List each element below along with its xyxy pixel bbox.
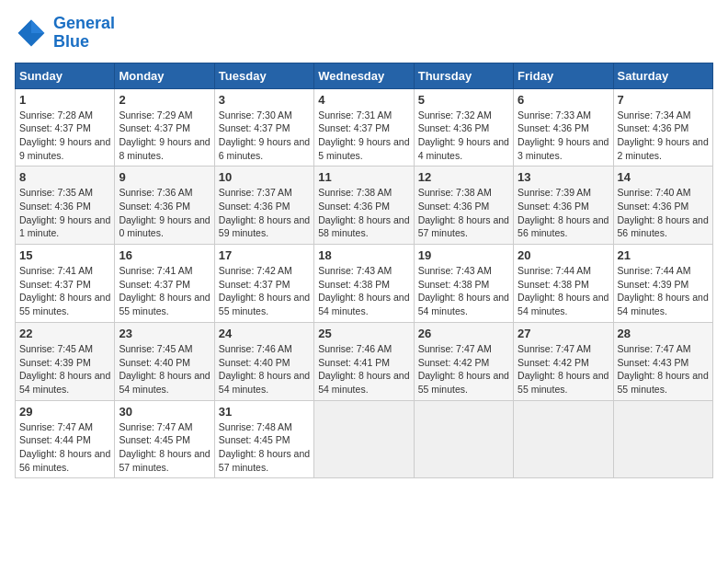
calendar-day-cell: 21Sunrise: 7:44 AM Sunset: 4:39 PM Dayli… (613, 245, 712, 323)
day-number: 29 (19, 405, 110, 419)
calendar-week-row: 1Sunrise: 7:28 AM Sunset: 4:37 PM Daylig… (16, 88, 713, 167)
day-number: 6 (518, 93, 609, 107)
calendar-week-row: 8Sunrise: 7:35 AM Sunset: 4:36 PM Daylig… (16, 167, 713, 245)
day-number: 15 (19, 248, 110, 262)
day-info: Sunrise: 7:39 AM Sunset: 4:36 PM Dayligh… (518, 186, 609, 240)
day-info: Sunrise: 7:47 AM Sunset: 4:44 PM Dayligh… (19, 420, 110, 475)
calendar-day-cell (414, 400, 513, 478)
day-number: 22 (19, 327, 110, 340)
day-number: 10 (219, 170, 310, 184)
calendar-day-cell: 17Sunrise: 7:42 AM Sunset: 4:37 PM Dayli… (214, 245, 313, 323)
day-info: Sunrise: 7:47 AM Sunset: 4:42 PM Dayligh… (418, 342, 509, 396)
day-info: Sunrise: 7:29 AM Sunset: 4:37 PM Dayligh… (119, 109, 210, 163)
calendar-day-cell (314, 400, 414, 478)
day-number: 19 (418, 248, 509, 262)
day-number: 26 (418, 327, 509, 340)
day-number: 4 (318, 93, 409, 107)
calendar-day-cell: 16Sunrise: 7:41 AM Sunset: 4:37 PM Dayli… (115, 245, 214, 323)
calendar-day-cell: 24Sunrise: 7:46 AM Sunset: 4:40 PM Dayli… (214, 322, 313, 400)
calendar-day-cell: 10Sunrise: 7:37 AM Sunset: 4:36 PM Dayli… (214, 167, 313, 245)
day-info: Sunrise: 7:47 AM Sunset: 4:42 PM Dayligh… (518, 342, 609, 396)
calendar-day-cell: 25Sunrise: 7:46 AM Sunset: 4:41 PM Dayli… (314, 322, 414, 400)
calendar-day-cell: 22Sunrise: 7:45 AM Sunset: 4:39 PM Dayli… (16, 322, 115, 400)
day-info: Sunrise: 7:47 AM Sunset: 4:45 PM Dayligh… (119, 420, 210, 475)
calendar-day-cell: 23Sunrise: 7:45 AM Sunset: 4:40 PM Dayli… (115, 322, 214, 400)
weekday-header: Wednesday (314, 63, 414, 88)
day-number: 27 (518, 327, 609, 340)
day-number: 1 (19, 93, 110, 107)
day-info: Sunrise: 7:41 AM Sunset: 4:37 PM Dayligh… (19, 264, 110, 318)
day-number: 31 (219, 405, 310, 419)
weekday-header: Tuesday (214, 63, 313, 88)
day-number: 2 (119, 93, 210, 107)
calendar-day-cell: 8Sunrise: 7:35 AM Sunset: 4:36 PM Daylig… (16, 167, 115, 245)
calendar-header: SundayMondayTuesdayWednesdayThursdayFrid… (16, 63, 713, 88)
day-number: 24 (219, 327, 310, 340)
day-number: 30 (119, 405, 210, 419)
day-number: 28 (618, 327, 709, 340)
calendar-day-cell: 6Sunrise: 7:33 AM Sunset: 4:36 PM Daylig… (514, 88, 613, 167)
day-info: Sunrise: 7:28 AM Sunset: 4:37 PM Dayligh… (19, 109, 110, 163)
day-info: Sunrise: 7:32 AM Sunset: 4:36 PM Dayligh… (418, 109, 509, 163)
calendar-day-cell: 3Sunrise: 7:30 AM Sunset: 4:37 PM Daylig… (214, 88, 313, 167)
day-number: 12 (418, 170, 509, 184)
calendar-day-cell: 12Sunrise: 7:38 AM Sunset: 4:36 PM Dayli… (414, 167, 513, 245)
logo-text: General Blue (53, 15, 115, 52)
calendar-day-cell: 30Sunrise: 7:47 AM Sunset: 4:45 PM Dayli… (115, 400, 214, 478)
weekday-header: Saturday (613, 63, 712, 88)
calendar-day-cell: 26Sunrise: 7:47 AM Sunset: 4:42 PM Dayli… (414, 322, 513, 400)
page-header: General Blue (15, 15, 713, 52)
svg-marker-2 (18, 19, 31, 32)
day-number: 23 (119, 327, 210, 340)
calendar-day-cell (613, 400, 712, 478)
calendar-day-cell: 7Sunrise: 7:34 AM Sunset: 4:36 PM Daylig… (613, 88, 712, 167)
day-info: Sunrise: 7:44 AM Sunset: 4:38 PM Dayligh… (518, 264, 609, 318)
day-number: 11 (318, 170, 409, 184)
day-number: 8 (19, 170, 110, 184)
calendar-week-row: 29Sunrise: 7:47 AM Sunset: 4:44 PM Dayli… (16, 400, 713, 478)
calendar-week-row: 22Sunrise: 7:45 AM Sunset: 4:39 PM Dayli… (16, 322, 713, 400)
day-number: 18 (318, 248, 409, 262)
weekday-header: Sunday (16, 63, 115, 88)
day-info: Sunrise: 7:46 AM Sunset: 4:40 PM Dayligh… (219, 342, 310, 396)
calendar-day-cell: 27Sunrise: 7:47 AM Sunset: 4:42 PM Dayli… (514, 322, 613, 400)
calendar-day-cell: 28Sunrise: 7:47 AM Sunset: 4:43 PM Dayli… (613, 322, 712, 400)
calendar-day-cell: 5Sunrise: 7:32 AM Sunset: 4:36 PM Daylig… (414, 88, 513, 167)
calendar-day-cell: 9Sunrise: 7:36 AM Sunset: 4:36 PM Daylig… (115, 167, 214, 245)
calendar-day-cell: 11Sunrise: 7:38 AM Sunset: 4:36 PM Dayli… (314, 167, 414, 245)
day-number: 21 (618, 248, 709, 262)
day-info: Sunrise: 7:34 AM Sunset: 4:36 PM Dayligh… (618, 109, 709, 163)
weekday-header: Thursday (414, 63, 513, 88)
day-number: 17 (219, 248, 310, 262)
day-info: Sunrise: 7:45 AM Sunset: 4:39 PM Dayligh… (19, 342, 110, 396)
day-number: 20 (518, 248, 609, 262)
day-info: Sunrise: 7:43 AM Sunset: 4:38 PM Dayligh… (318, 264, 409, 318)
day-info: Sunrise: 7:30 AM Sunset: 4:37 PM Dayligh… (219, 109, 310, 163)
calendar-day-cell: 18Sunrise: 7:43 AM Sunset: 4:38 PM Dayli… (314, 245, 414, 323)
weekday-header: Monday (115, 63, 214, 88)
day-info: Sunrise: 7:33 AM Sunset: 4:36 PM Dayligh… (518, 109, 609, 163)
calendar-day-cell: 1Sunrise: 7:28 AM Sunset: 4:37 PM Daylig… (16, 88, 115, 167)
weekday-header: Friday (514, 63, 613, 88)
day-info: Sunrise: 7:36 AM Sunset: 4:36 PM Dayligh… (119, 186, 210, 240)
calendar-day-cell: 14Sunrise: 7:40 AM Sunset: 4:36 PM Dayli… (613, 167, 712, 245)
day-number: 16 (119, 248, 210, 262)
calendar-day-cell: 15Sunrise: 7:41 AM Sunset: 4:37 PM Dayli… (16, 245, 115, 323)
day-number: 13 (518, 170, 609, 184)
calendar-day-cell: 31Sunrise: 7:48 AM Sunset: 4:45 PM Dayli… (214, 400, 313, 478)
svg-marker-1 (31, 19, 44, 32)
day-info: Sunrise: 7:42 AM Sunset: 4:37 PM Dayligh… (219, 264, 310, 318)
day-number: 3 (219, 93, 310, 107)
day-number: 25 (318, 327, 409, 340)
day-info: Sunrise: 7:48 AM Sunset: 4:45 PM Dayligh… (219, 420, 310, 475)
day-info: Sunrise: 7:47 AM Sunset: 4:43 PM Dayligh… (618, 342, 709, 396)
day-info: Sunrise: 7:40 AM Sunset: 4:36 PM Dayligh… (618, 186, 709, 240)
day-info: Sunrise: 7:35 AM Sunset: 4:36 PM Dayligh… (19, 186, 110, 240)
day-number: 5 (418, 93, 509, 107)
calendar-day-cell: 2Sunrise: 7:29 AM Sunset: 4:37 PM Daylig… (115, 88, 214, 167)
calendar-day-cell: 19Sunrise: 7:43 AM Sunset: 4:38 PM Dayli… (414, 245, 513, 323)
day-info: Sunrise: 7:44 AM Sunset: 4:39 PM Dayligh… (618, 264, 709, 318)
calendar-day-cell: 4Sunrise: 7:31 AM Sunset: 4:37 PM Daylig… (314, 88, 414, 167)
day-info: Sunrise: 7:41 AM Sunset: 4:37 PM Dayligh… (119, 264, 210, 318)
calendar-day-cell (514, 400, 613, 478)
